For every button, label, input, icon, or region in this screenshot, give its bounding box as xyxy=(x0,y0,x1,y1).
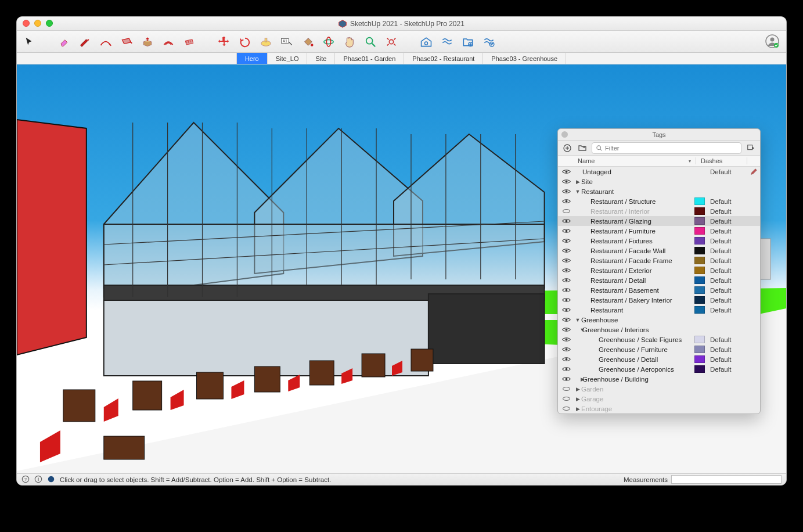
tag-visibility-toggle[interactable] xyxy=(558,278,574,283)
tag-expand-toggle[interactable]: ▼ xyxy=(574,327,582,333)
tag-expand-toggle[interactable]: ▼ xyxy=(574,317,581,323)
tag-expand-toggle[interactable]: ▶ xyxy=(574,406,581,412)
tag-color-swatch[interactable] xyxy=(694,346,705,353)
pencil-tool[interactable] xyxy=(78,35,91,48)
tag-dashes-value[interactable]: Default xyxy=(707,346,747,353)
tag-color-swatch[interactable] xyxy=(694,355,705,363)
tag-color-swatch[interactable] xyxy=(694,217,705,225)
tag-row[interactable]: Restaurant / DetailDefault xyxy=(558,275,760,285)
tag-visibility-toggle[interactable] xyxy=(558,387,574,391)
tag-visibility-toggle[interactable] xyxy=(558,397,574,401)
tag-row[interactable]: ▶Site xyxy=(558,177,760,186)
close-window-button[interactable] xyxy=(23,20,30,27)
warehouse-button[interactable] xyxy=(420,35,433,48)
tag-dashes-value[interactable]: Default xyxy=(707,297,747,304)
push-pull-tool[interactable] xyxy=(141,35,154,48)
tag-row[interactable]: Restaurant / GlazingDefault xyxy=(558,216,760,226)
tag-visibility-toggle[interactable] xyxy=(558,407,574,411)
tag-visibility-toggle[interactable] xyxy=(558,258,574,263)
tag-color-swatch[interactable] xyxy=(694,365,705,373)
tag-dashes-value[interactable]: Default xyxy=(707,168,747,175)
add-tag-button[interactable] xyxy=(561,142,573,154)
tag-dashes-value[interactable]: Default xyxy=(707,228,747,235)
minimize-window-button[interactable] xyxy=(34,20,41,27)
tag-row[interactable]: Greenhouse / Scale FiguresDefault xyxy=(558,335,760,344)
tag-dashes-value[interactable]: Default xyxy=(707,277,747,284)
tag-visibility-toggle[interactable] xyxy=(558,268,574,273)
account-profile-button[interactable] xyxy=(765,34,779,48)
geo-location-icon[interactable] xyxy=(47,475,55,484)
scene-tab-hero[interactable]: Hero xyxy=(236,53,268,64)
zoom-extents-tool[interactable] xyxy=(385,35,398,48)
tag-edit-button[interactable] xyxy=(747,168,760,175)
tag-dashes-value[interactable]: Default xyxy=(707,208,747,215)
scene-tab-site[interactable]: Site xyxy=(307,53,335,64)
tag-row[interactable]: ▼Restaurant xyxy=(558,186,760,196)
zoom-window-button[interactable] xyxy=(46,20,53,27)
tag-row[interactable]: ▼Greenhouse xyxy=(558,315,760,325)
tag-color-swatch[interactable] xyxy=(694,306,705,314)
tag-row[interactable]: Restaurant / Bakery InteriorDefault xyxy=(558,295,760,305)
select-arrow-tool[interactable] xyxy=(23,35,35,48)
tag-dashes-value[interactable]: Default xyxy=(707,307,747,314)
tag-expand-toggle[interactable]: ▶ xyxy=(574,396,581,402)
tag-color-swatch[interactable] xyxy=(694,296,705,304)
tag-row[interactable]: Greenhouse / DetailDefault xyxy=(558,354,760,364)
tag-row[interactable]: ▼Greenhouse / Interiors xyxy=(558,325,760,335)
text-label-tool[interactable]: A1 xyxy=(280,35,293,48)
tag-expand-toggle[interactable]: ▶ xyxy=(574,386,581,392)
eraser-tool[interactable] xyxy=(57,35,70,48)
tag-color-swatch[interactable] xyxy=(694,197,705,205)
tag-visibility-toggle[interactable] xyxy=(558,357,574,362)
rotate-tool[interactable] xyxy=(239,35,251,48)
orbit-tool[interactable] xyxy=(322,35,335,48)
tag-color-swatch[interactable] xyxy=(694,286,705,294)
tag-row[interactable]: Restaurant / FixturesDefault xyxy=(558,236,760,246)
tags-panel-close-button[interactable] xyxy=(561,131,568,138)
tag-color-swatch[interactable] xyxy=(694,207,705,215)
scene-tab-phase03-greenhouse[interactable]: Phase03 - Greenhouse xyxy=(482,53,566,64)
extension-manager-button[interactable] xyxy=(462,35,474,48)
tag-color-swatch[interactable] xyxy=(694,257,705,264)
tag-color-swatch[interactable] xyxy=(694,267,705,274)
tag-row[interactable]: ▶Garden xyxy=(558,384,760,394)
tag-visibility-toggle[interactable] xyxy=(558,248,574,253)
pan-tool[interactable] xyxy=(343,35,356,48)
tag-visibility-toggle[interactable] xyxy=(558,376,574,382)
tape-measure-tool[interactable] xyxy=(183,35,196,48)
tag-visibility-toggle[interactable] xyxy=(558,189,574,194)
tag-dashes-value[interactable]: Default xyxy=(707,287,747,294)
tag-visibility-toggle[interactable] xyxy=(558,297,574,303)
tag-visibility-toggle[interactable] xyxy=(558,287,574,293)
tag-row[interactable]: Greenhouse / AeroponicsDefault xyxy=(558,364,760,374)
tag-row[interactable]: Restaurant / ExteriorDefault xyxy=(558,265,760,275)
instructor-icon[interactable]: i xyxy=(34,475,42,484)
tag-visibility-toggle[interactable] xyxy=(558,179,574,184)
tag-row[interactable]: ▶Entourage xyxy=(558,404,760,414)
tag-dashes-value[interactable]: Default xyxy=(707,257,747,264)
tag-row[interactable]: Restaurant / StructureDefault xyxy=(558,196,760,206)
tag-visibility-toggle[interactable] xyxy=(558,337,574,342)
tag-visibility-toggle[interactable] xyxy=(558,238,574,243)
help-icon[interactable]: ? xyxy=(21,475,30,484)
tags-panel-titlebar[interactable]: Tags xyxy=(558,129,760,141)
tag-dashes-value[interactable]: Default xyxy=(707,366,747,373)
tags-dashes-column-header[interactable]: Dashes xyxy=(696,157,747,164)
tag-visibility-toggle[interactable] xyxy=(558,228,574,233)
tag-visibility-toggle[interactable] xyxy=(558,218,574,224)
tag-row[interactable]: Restaurant / BasementDefault xyxy=(558,285,760,295)
tag-expand-toggle[interactable]: ▶ xyxy=(574,179,581,185)
tag-dashes-value[interactable]: Default xyxy=(707,218,747,225)
tag-dashes-value[interactable]: Default xyxy=(707,336,747,343)
tag-visibility-toggle[interactable] xyxy=(558,199,574,204)
tag-row[interactable]: Greenhouse / FurnitureDefault xyxy=(558,344,760,354)
paint-bucket-tool[interactable] xyxy=(301,35,314,48)
tag-visibility-toggle[interactable] xyxy=(558,209,574,213)
tag-visibility-toggle[interactable] xyxy=(558,317,574,322)
tag-expand-toggle[interactable]: ▼ xyxy=(574,189,581,195)
tags-panel[interactable]: Tags Name▾ Dashes UntaggedDefault▶Site▼R… xyxy=(557,128,761,414)
rectangle-tool[interactable] xyxy=(120,35,133,48)
model-viewport[interactable]: Tags Name▾ Dashes UntaggedDefault▶Site▼R… xyxy=(17,64,786,475)
tag-expand-toggle[interactable]: ▶ xyxy=(574,376,582,382)
tag-color-swatch[interactable] xyxy=(694,336,705,343)
